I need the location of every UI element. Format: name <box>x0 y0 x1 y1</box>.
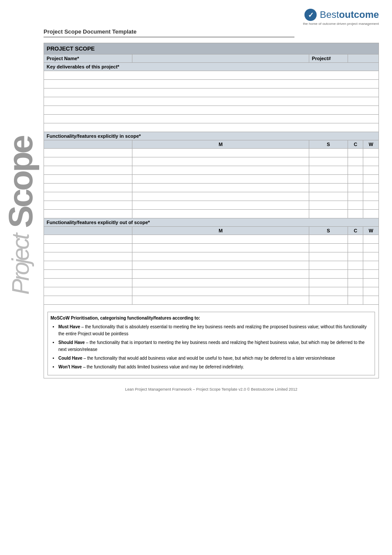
could-have-label: Could Have <box>58 356 82 361</box>
table-row <box>44 184 379 192</box>
table-row <box>44 175 379 184</box>
footer: Lean Project Management Framework – Proj… <box>44 387 379 400</box>
sidebar-project-word: Project <box>7 235 34 295</box>
project-hash-value[interactable] <box>348 54 378 63</box>
wont-have-label: Won't Have <box>58 364 82 369</box>
out-scope-col-header-row: M S C W <box>44 227 379 235</box>
table-row <box>44 252 379 261</box>
list-item: Won't Have – the functionality that adds… <box>58 364 372 371</box>
header: Project Scope Document Template ✓ Bestou… <box>44 9 379 37</box>
out-scope-header-row: Functionality/features explicitly out of… <box>44 218 379 227</box>
table-row <box>44 89 379 97</box>
out-col-w-header: W <box>363 227 379 235</box>
out-col-m-header: M <box>132 227 309 235</box>
in-scope-header-row: Functionality/features explicitly in sco… <box>44 132 379 140</box>
scope-table: PROJECT SCOPE Project Name* Project# Key… <box>44 43 379 378</box>
in-scope-feature-col <box>44 140 132 149</box>
could-have-text: – the functionality that would add busin… <box>82 356 335 361</box>
table-row <box>44 97 379 106</box>
logo: ✓ Bestoutcome the home of outcome driven… <box>303 9 379 26</box>
should-have-text: – the functionality that is important to… <box>58 340 365 352</box>
in-scope-col-header-row: M S C W <box>44 140 379 149</box>
doc-title-area: Project Scope Document Template <box>44 9 303 37</box>
col-m-header: M <box>132 140 309 149</box>
logo-icon: ✓ <box>304 9 317 21</box>
list-item: Should Have – the functionality that is … <box>58 339 372 353</box>
table-row <box>44 115 379 123</box>
col-s-header: S <box>309 140 348 149</box>
project-name-label: Project Name* <box>44 54 132 63</box>
col-c-header: C <box>348 140 363 149</box>
logo-tagline: the home of outcome driven project manag… <box>303 22 379 26</box>
logo-area: ✓ Bestoutcome the home of outcome driven… <box>303 9 379 26</box>
table-row <box>44 123 379 132</box>
table-row <box>44 192 379 201</box>
table-row <box>44 287 379 296</box>
moscow-legend: MoSCoW Prioritisation, categorising func… <box>47 312 375 375</box>
wont-have-text: – the functionality that adds limited bu… <box>82 364 244 369</box>
list-item: Must Have – the functionality that is ab… <box>58 323 372 337</box>
table-row <box>44 157 379 166</box>
table-row <box>44 279 379 287</box>
must-have-label: Must Have <box>58 324 80 329</box>
legend-title: MoSCoW Prioritisation, categorising func… <box>51 315 372 322</box>
table-row <box>44 235 379 244</box>
project-hash-label: Project# <box>309 54 348 63</box>
table-row <box>44 296 379 305</box>
logo-name: Bestoutcome <box>320 9 379 20</box>
out-col-s-header: S <box>309 227 348 235</box>
col-w-header: W <box>363 140 379 149</box>
table-row <box>44 166 379 175</box>
table-main-header-row: PROJECT SCOPE <box>44 43 379 54</box>
table-main-header: PROJECT SCOPE <box>44 43 379 54</box>
table-row <box>44 106 379 115</box>
sidebar-label: Project Scope <box>1 137 41 295</box>
project-name-row: Project Name* Project# <box>44 54 379 63</box>
should-have-label: Should Have <box>58 340 85 345</box>
sidebar-scope-word: Scope <box>1 137 40 235</box>
table-row <box>44 244 379 252</box>
sidebar: Project Scope <box>0 63 41 368</box>
table-row <box>44 71 379 80</box>
list-item: Could Have – the functionality that woul… <box>58 355 372 362</box>
table-row <box>44 80 379 89</box>
table-row <box>44 210 379 218</box>
project-name-value[interactable] <box>132 54 309 63</box>
footer-text: Lean Project Management Framework – Proj… <box>125 387 297 392</box>
out-col-c-header: C <box>348 227 363 235</box>
document-title: Project Scope Document Template <box>44 28 294 37</box>
table-row <box>44 261 379 270</box>
out-scope-label: Functionality/features explicitly out of… <box>44 218 379 227</box>
key-deliverables-header-row: Key deliverables of this project* <box>44 63 379 71</box>
table-row <box>44 201 379 210</box>
moscow-legend-row: MoSCoW Prioritisation, categorising func… <box>44 305 379 378</box>
key-deliverables-label: Key deliverables of this project* <box>44 63 379 71</box>
out-scope-feature-col <box>44 227 132 235</box>
table-row <box>44 270 379 279</box>
legend-list: Must Have – the functionality that is ab… <box>58 323 372 371</box>
table-row <box>44 149 379 157</box>
in-scope-label: Functionality/features explicitly in sco… <box>44 132 379 140</box>
must-have-text: – the functionality that is absolutely e… <box>58 324 367 336</box>
